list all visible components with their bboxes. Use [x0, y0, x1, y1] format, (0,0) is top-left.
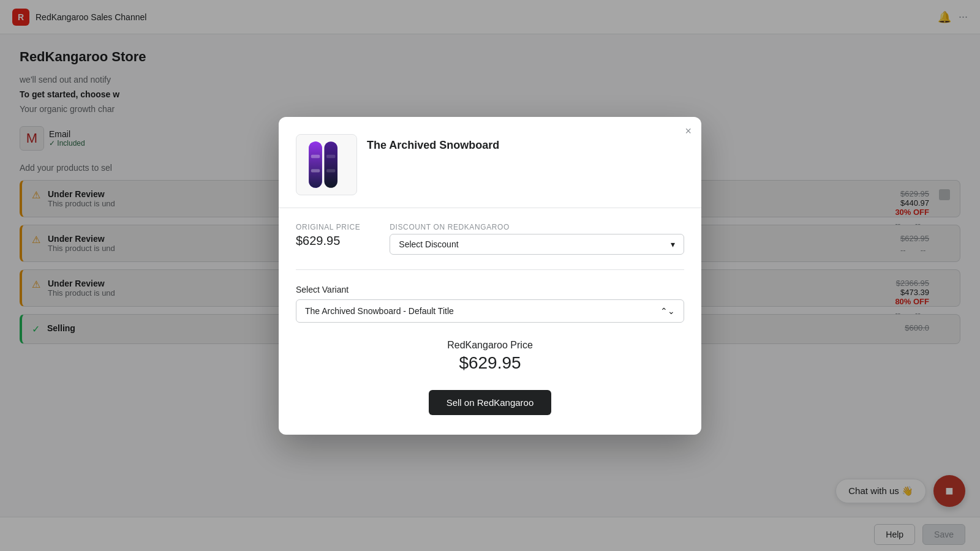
original-price-label: Original Price — [296, 223, 360, 231]
variant-chevron-icon: ⌃⌄ — [660, 306, 675, 316]
modal-product-title: The Archived Snowboard — [367, 139, 684, 152]
original-price-value: $629.95 — [296, 234, 360, 248]
modal-overlay[interactable]: The Archived Snowboard × Original Price … — [0, 0, 980, 551]
chevron-down-icon: ▾ — [671, 239, 675, 249]
discount-select[interactable]: Select Discount ▾ — [390, 234, 684, 255]
svg-rect-3 — [311, 154, 320, 157]
variant-select[interactable]: The Archived Snowboard - Default Title ⌃… — [296, 299, 684, 323]
discount-block: Discount on RedKangaroo Select Discount … — [390, 223, 684, 255]
product-modal: The Archived Snowboard × Original Price … — [279, 117, 701, 435]
discount-label: Discount on RedKangaroo — [390, 223, 684, 231]
rk-price-section: RedKangaroo Price $629.95 — [296, 340, 684, 373]
discount-select-value: Select Discount — [399, 239, 458, 249]
snowboard-image-svg — [302, 137, 351, 192]
variant-label: Select Variant — [296, 285, 684, 294]
modal-close-button[interactable]: × — [685, 126, 692, 137]
modal-header: The Archived Snowboard × — [279, 117, 701, 208]
svg-rect-2 — [324, 141, 337, 188]
rk-price-value: $629.95 — [296, 353, 684, 373]
rk-price-label: RedKangaroo Price — [296, 340, 684, 351]
modal-header-info: The Archived Snowboard — [367, 134, 684, 152]
svg-rect-1 — [309, 141, 322, 188]
sell-button[interactable]: Sell on RedKangaroo — [429, 390, 551, 415]
modal-body: Original Price $629.95 Discount on RedKa… — [279, 208, 701, 435]
original-price-block: Original Price $629.95 — [296, 223, 360, 248]
product-image — [296, 134, 357, 195]
svg-rect-6 — [326, 169, 335, 172]
price-row: Original Price $629.95 Discount on RedKa… — [296, 223, 684, 255]
variant-select-value: The Archived Snowboard - Default Title — [305, 306, 454, 316]
variant-section: Select Variant The Archived Snowboard - … — [296, 285, 684, 323]
svg-rect-5 — [326, 154, 335, 157]
svg-rect-4 — [311, 169, 320, 172]
divider — [296, 269, 684, 270]
